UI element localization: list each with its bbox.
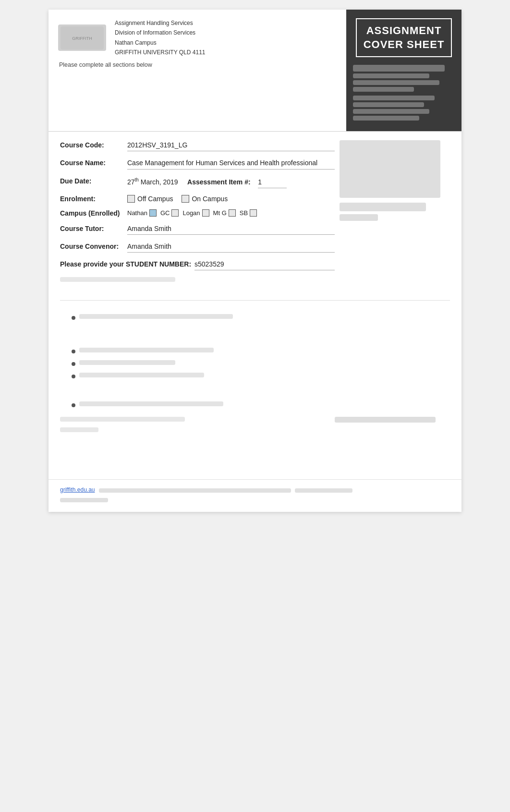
enrolment-label: Enrolment:	[60, 195, 127, 203]
footer-link[interactable]: griffith.edu.au	[60, 486, 95, 493]
enrolment-options: Off Campus On Campus	[127, 195, 228, 203]
off-campus-checkbox[interactable]	[127, 195, 135, 203]
course-code-row: Course Code: 2012HSV_3191_LG	[60, 140, 335, 151]
course-name-value: Case Management for Human Services and H…	[127, 158, 335, 170]
cover-sheet-title: ASSIGNMENT COVER SHEET	[356, 18, 452, 57]
enrolment-row: Enrolment: Off Campus On Campus	[60, 195, 335, 203]
on-campus-checkbox[interactable]	[182, 195, 189, 203]
mtg-label: Mt G	[213, 209, 227, 217]
gc-label: GC	[160, 209, 170, 217]
campus-enrolled-row: Campus (Enrolled) Nathan GC Logan	[60, 209, 335, 217]
middle-blurred-section	[49, 291, 461, 417]
logan-label: Logan	[182, 209, 200, 217]
course-name-row: Course Name: Case Management for Human S…	[60, 158, 335, 170]
student-number-value: s5023529	[194, 259, 335, 270]
course-convenor-value: Amanda Smith	[127, 242, 335, 253]
campus-enrolled-label: Campus (Enrolled)	[60, 209, 127, 217]
bullet-dot-1	[72, 316, 75, 320]
nathan-checkbox[interactable]	[149, 209, 157, 217]
course-convenor-row: Course Convenor: Amanda Smith	[60, 242, 335, 253]
logan-checkbox[interactable]	[202, 209, 209, 217]
off-campus-option: Off Campus	[127, 195, 173, 203]
course-tutor-label: Course Tutor:	[60, 224, 127, 234]
course-code-label: Course Code:	[60, 140, 127, 150]
course-tutor-row: Course Tutor: Amanda Smith	[60, 224, 335, 235]
on-campus-option: On Campus	[182, 195, 228, 203]
due-date-row: Due Date: 27th March, 2019 Assessment It…	[60, 176, 335, 188]
bullet-3	[72, 360, 438, 366]
nathan-label: Nathan	[127, 209, 147, 217]
course-name-label: Course Name:	[60, 158, 127, 168]
course-tutor-value: Amanda Smith	[127, 224, 335, 235]
bullet-2	[72, 348, 438, 353]
right-col-blurred	[335, 417, 450, 436]
university-logo: GRIFFITH	[58, 24, 106, 51]
bottom-footer: griffith.edu.au	[49, 479, 461, 512]
uni-line2: Division of Information Services	[115, 28, 206, 37]
due-date-label: Due Date:	[60, 176, 127, 186]
sb-checkbox[interactable]	[250, 209, 257, 217]
bullet-dot-3	[72, 362, 75, 366]
campus-logan: Logan	[182, 209, 209, 217]
campus-mtg: Mt G	[213, 209, 236, 217]
mtg-checkbox[interactable]	[229, 209, 236, 217]
off-campus-label: Off Campus	[137, 195, 173, 203]
bullet-1	[72, 314, 438, 320]
campus-nathan: Nathan	[127, 209, 157, 217]
on-campus-label: On Campus	[192, 195, 228, 203]
left-col-blurred	[60, 417, 325, 436]
form-left: Course Code: 2012HSV_3191_LG Course Name…	[60, 140, 335, 286]
bullet-dot-4	[72, 375, 75, 378]
right-header-panel: ASSIGNMENT COVER SHEET	[346, 10, 461, 131]
university-info: Assignment Handling Services Division of…	[115, 18, 206, 58]
student-number-label: Please provide your STUDENT NUMBER:	[60, 259, 194, 269]
uni-line1: Assignment Handling Services	[115, 18, 206, 28]
course-code-value: 2012HSV_3191_LG	[127, 140, 335, 151]
bullet-5	[72, 401, 438, 407]
form-section: Course Code: 2012HSV_3191_LG Course Name…	[49, 132, 461, 291]
bullet-4	[72, 373, 438, 378]
uni-line3: Nathan Campus	[115, 38, 206, 48]
svg-text:GRIFFITH: GRIFFITH	[72, 36, 92, 41]
campus-options: Nathan GC Logan Mt G	[127, 209, 257, 217]
bullet-list	[60, 304, 450, 417]
campus-sb: SB	[240, 209, 257, 217]
form-right-panel	[335, 140, 450, 286]
bullet-dot-2	[72, 350, 75, 353]
document-page: GRIFFITH Assignment Handling Services Di…	[49, 10, 461, 512]
two-col-section	[49, 417, 461, 441]
campus-gc: GC	[160, 209, 179, 217]
please-complete-text: Please complete all sections below	[59, 61, 337, 68]
gc-checkbox[interactable]	[171, 209, 179, 217]
left-header: GRIFFITH Assignment Handling Services Di…	[49, 10, 346, 131]
uni-line4: GRIFFITH UNIVERSITY QLD 4111	[115, 48, 206, 57]
bullet-dot-5	[72, 403, 75, 407]
due-date-value: 27th March, 2019 Assessment Item #: 1	[127, 176, 335, 188]
course-convenor-label: Course Convenor:	[60, 242, 127, 252]
footer-link-area: griffith.edu.au	[60, 486, 352, 493]
student-number-row: Please provide your STUDENT NUMBER: s502…	[60, 259, 335, 270]
sb-label: SB	[240, 209, 248, 217]
top-header: GRIFFITH Assignment Handling Services Di…	[49, 10, 461, 132]
logo-area: GRIFFITH Assignment Handling Services Di…	[58, 18, 337, 58]
